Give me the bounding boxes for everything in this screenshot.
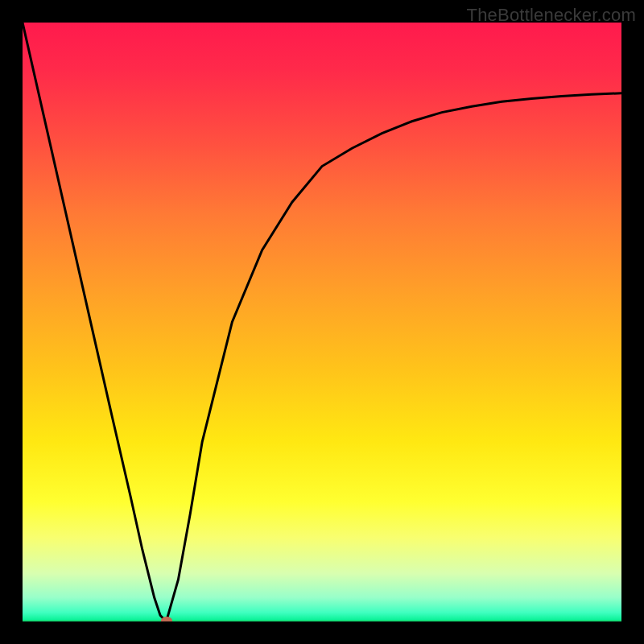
bottleneck-curve [23, 23, 621, 621]
baseline [23, 620, 621, 621]
watermark-text: TheBottlenecker.com [467, 5, 636, 26]
optimal-marker-icon [161, 617, 172, 621]
chart-frame: TheBottlenecker.com [0, 0, 644, 644]
plot-area [23, 23, 621, 621]
